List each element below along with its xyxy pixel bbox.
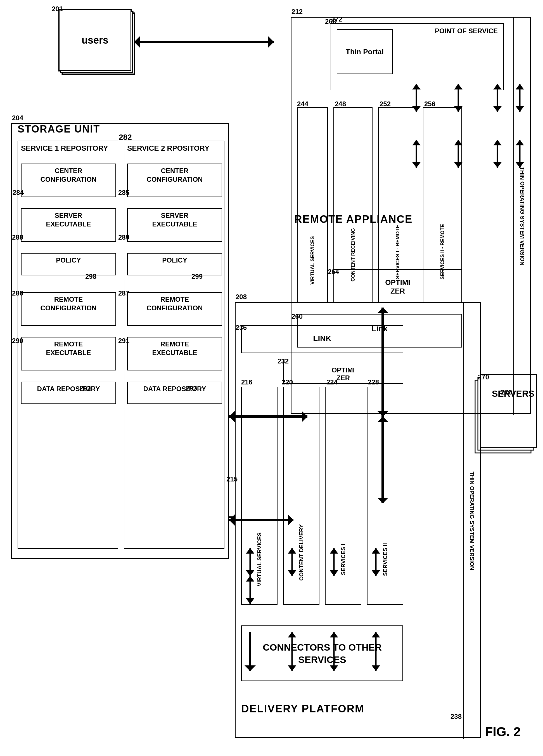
policy-1-label: POLICY (22, 254, 115, 264)
servers-ref: 270 (478, 373, 489, 381)
remote-exec-1: REMOTEEXECUTABLE (21, 337, 116, 370)
center-config-2-label: CENTERCONFIGURATION (128, 164, 222, 184)
server-exec-2: SERVEREXECUTABLE (127, 208, 222, 242)
optimizer-ref-delivery: 232 (277, 357, 289, 365)
s2-label-delivery: SERVICES II (367, 518, 403, 601)
svg-marker-12 (229, 514, 235, 526)
s1-label-delivery: SERVICES I (325, 518, 361, 601)
storage-ref-204: 204 (12, 114, 23, 122)
vs-label-delivery: VIRTUAL SERVICES (242, 518, 277, 601)
link-remote: Link (297, 314, 462, 348)
policy-2: POLICY (127, 253, 222, 275)
optimizer-label-remote: OPTIMIZER (334, 270, 461, 296)
pos-ref: 268 (325, 18, 336, 25)
center-config-2: CENTERCONFIGURATION (127, 164, 222, 197)
thin-portal-label: Thin Portal (346, 48, 384, 56)
server-exec-2-label: SERVEREXECUTABLE (128, 209, 222, 228)
vs-col-remote: VIRTUAL SERVICES (297, 107, 328, 303)
policy-1-ref: 298 (85, 273, 96, 280)
svg-marker-7 (268, 36, 274, 48)
thin-portal-box: Thin Portal (337, 29, 393, 74)
remote-config-1-ref: 286 (12, 289, 23, 297)
service2-repo-label: SERVICE 2 RPOSITORY (127, 144, 209, 153)
storage-unit: STORAGE UNIT SERVICE 1 REPOSITORY CENTER… (11, 123, 229, 559)
remote-appliance-ref: 212 (291, 8, 303, 16)
data-repo-2: DATA REPOSITORY (127, 382, 222, 404)
cd-col-delivery: CONTENT DELIVERY (283, 387, 319, 605)
center-config-1-label: CENTERCONFIGURATION (22, 164, 115, 184)
remote-exec-2: REMOTEEXECUTABLE (127, 337, 222, 370)
svg-marker-8 (134, 36, 140, 48)
data-repo-1-ref: 292 (80, 384, 91, 392)
link-ref-delivery: 236 (236, 324, 247, 332)
fig-label: FIG. 2 (485, 724, 521, 739)
remote-exec-1-ref: 290 (12, 337, 23, 345)
remote-exec-2-ref: 291 (118, 337, 129, 345)
delivery-platform-ref: 208 (236, 293, 247, 301)
policy-1: POLICY (21, 253, 116, 275)
server-exec-1-ref: 288 (12, 233, 23, 241)
thin-os-delivery-label: THIN OPERATING SYSTEM VERSION (469, 472, 475, 570)
users-label: users (82, 34, 108, 46)
center-config-2-ref: 285 (118, 189, 129, 197)
s1-ref-remote: 252 (379, 100, 391, 108)
users-ref: 201 (52, 5, 63, 13)
s2-ref-remote: 256 (424, 100, 435, 108)
s1-col-delivery: SERVICES I (325, 387, 361, 605)
service1-repo-label: SERVICE 1 REPOSITORY (21, 144, 108, 153)
svg-marker-21 (229, 411, 235, 422)
storage-unit-label: STORAGE UNIT (18, 123, 100, 135)
servers-label: SERVERS (492, 389, 534, 399)
center-config-1-ref: 284 (13, 189, 24, 197)
remote-exec-1-label: REMOTEEXECUTABLE (22, 337, 115, 357)
thin-os-remote: THIN OPERATING SYSTEM VERSION (513, 18, 530, 415)
remote-config-1: REMOTECONFIGURATION (21, 292, 116, 326)
vs-col-delivery: VIRTUAL SERVICES (241, 387, 277, 605)
data-repo-2-label: DATA REPOSITORY (128, 382, 222, 393)
policy-2-ref: 299 (192, 273, 203, 280)
remote-config-2-label: REMOTECONFIGURATION (128, 293, 222, 312)
link-label-remote: Link (297, 315, 461, 333)
data-repo-1-label: DATA REPOSITORY (22, 382, 115, 393)
arrows-ref: 215 (227, 475, 238, 483)
users-page-main: users (59, 10, 131, 71)
server-exec-1-label: SERVEREXECUTABLE (22, 209, 115, 228)
cd-label-delivery: CONTENT DELIVERY (283, 504, 319, 601)
vs-ref-remote: 244 (297, 100, 308, 108)
pos-box: POINT OF SERVICE Thin Portal 272 (330, 23, 504, 90)
service2-ref: 282 (119, 133, 132, 142)
server-exec-2-ref: 289 (118, 233, 129, 241)
optimizer-ref-remote: 264 (328, 268, 339, 276)
data-repo-2-ref: 293 (186, 384, 197, 392)
vs-label-remote: VIRTUAL SERVICES (297, 221, 327, 299)
remote-appliance: REMOTE APPLIANCE 212 THIN OPERATING SYST… (290, 17, 531, 414)
remote-config-2-ref: 287 (118, 289, 129, 297)
service1-repo: SERVICE 1 REPOSITORY CENTERCONFIGURATION… (18, 141, 118, 549)
service2-repo: SERVICE 2 RPOSITORY 282 CENTERCONFIGURAT… (124, 141, 225, 549)
delivery-platform-label: DELIVERY PLATFORM (241, 703, 364, 715)
server-exec-1: SERVEREXECUTABLE (21, 208, 116, 242)
thin-os-remote-label: THIN OPERATING SYSTEM VERSION (519, 167, 525, 266)
connectors-label: CONNECTORS TO OTHER SERVICES (242, 641, 402, 666)
remote-config-2: REMOTECONFIGURATION (127, 292, 222, 326)
diagram-container: users 201 STORAGE UNIT SERVICE 1 REPOSIT… (0, 0, 543, 756)
policy-2-label: POLICY (128, 254, 222, 264)
thin-os-delivery-ref: 238 (450, 713, 462, 720)
remote-config-1-label: REMOTECONFIGURATION (22, 293, 115, 312)
pos-label: POINT OF SERVICE (435, 27, 498, 35)
center-config-1: CENTERCONFIGURATION (21, 164, 116, 197)
data-repo-1: DATA REPOSITORY (21, 382, 116, 404)
remote-exec-2-label: REMOTEEXECUTABLE (128, 337, 222, 357)
cr-ref-remote: 248 (335, 100, 346, 108)
optimizer-remote: OPTIMIZER (333, 269, 462, 303)
link-ref-remote: 260 (291, 313, 303, 320)
vs-ref-delivery: 216 (241, 378, 253, 386)
s2-col-delivery: SERVICES II (367, 387, 403, 605)
connectors-box: CONNECTORS TO OTHER SERVICES (241, 625, 403, 681)
